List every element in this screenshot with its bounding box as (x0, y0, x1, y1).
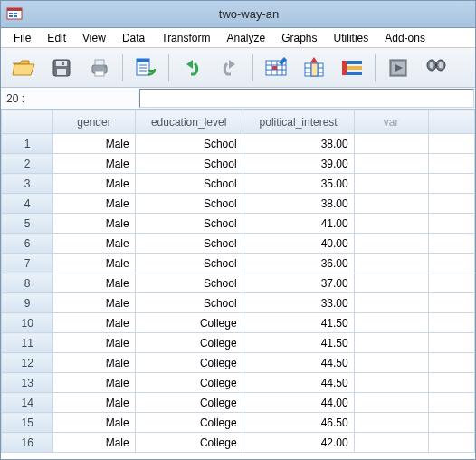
select-all-corner[interactable] (2, 110, 53, 134)
cell-political-interest[interactable]: 35.00 (243, 174, 354, 194)
cell-gender[interactable]: Male (53, 214, 135, 234)
goto-case-button[interactable] (259, 53, 293, 83)
cell-reference[interactable]: 20 : (1, 88, 138, 109)
print-button[interactable] (82, 53, 117, 83)
cell-empty[interactable] (428, 134, 474, 154)
cell-empty[interactable] (428, 313, 474, 333)
cell-empty[interactable] (354, 214, 428, 234)
cell-empty[interactable] (354, 194, 428, 214)
column-header-education-level[interactable]: education_level (135, 110, 243, 134)
cell-political-interest[interactable]: 40.00 (243, 234, 354, 254)
menu-transform[interactable]: Transform (154, 30, 217, 46)
cell-empty[interactable] (428, 293, 474, 313)
column-header-empty[interactable]: var (354, 110, 428, 134)
cell-education-level[interactable]: College (135, 393, 243, 413)
cell-empty[interactable] (428, 433, 474, 453)
menu-analyze[interactable]: Analyze (219, 30, 272, 46)
data-sheet[interactable]: gender education_level political_interes… (1, 110, 475, 459)
cell-gender[interactable]: Male (53, 254, 135, 273)
cell-education-level[interactable]: College (135, 313, 243, 333)
cell-empty[interactable] (428, 393, 474, 413)
cell-empty[interactable] (354, 393, 428, 413)
row-header[interactable]: 3 (2, 174, 53, 194)
cell-value-input[interactable] (139, 89, 474, 108)
row-header[interactable]: 5 (2, 214, 53, 234)
row-header[interactable]: 16 (2, 433, 53, 453)
cell-education-level[interactable]: School (135, 254, 243, 273)
find-button[interactable] (419, 53, 453, 83)
row-header[interactable]: 9 (2, 293, 53, 313)
cell-education-level[interactable]: College (135, 373, 243, 393)
open-button[interactable] (6, 53, 41, 83)
cell-empty[interactable] (354, 174, 428, 194)
cell-empty[interactable] (354, 293, 428, 313)
cell-empty[interactable] (428, 373, 474, 393)
row-header[interactable]: 13 (2, 373, 53, 393)
cell-gender[interactable]: Male (53, 433, 135, 453)
cell-empty[interactable] (354, 154, 428, 174)
cell-education-level[interactable]: College (135, 333, 243, 353)
cell-gender[interactable]: Male (53, 194, 135, 214)
row-header[interactable]: 11 (2, 333, 53, 353)
menu-edit[interactable]: Edit (40, 30, 73, 46)
cell-gender[interactable]: Male (53, 313, 135, 333)
cell-empty[interactable] (428, 214, 474, 234)
column-header-gender[interactable]: gender (53, 110, 135, 134)
cell-gender[interactable]: Male (53, 333, 135, 353)
cell-education-level[interactable]: College (135, 353, 243, 373)
cell-political-interest[interactable]: 44.00 (243, 393, 354, 413)
cell-empty[interactable] (428, 413, 474, 433)
cell-empty[interactable] (354, 353, 428, 373)
cell-gender[interactable]: Male (53, 413, 135, 433)
recall-dialog-button[interactable] (129, 53, 163, 83)
cell-gender[interactable]: Male (53, 273, 135, 293)
cell-education-level[interactable]: School (135, 134, 243, 154)
cell-education-level[interactable]: School (135, 194, 243, 214)
cell-political-interest[interactable]: 46.50 (243, 413, 354, 433)
cell-education-level[interactable]: School (135, 293, 243, 313)
cell-political-interest[interactable]: 41.50 (243, 313, 354, 333)
cell-empty[interactable] (354, 433, 428, 453)
menu-addons[interactable]: Add-ons (377, 30, 433, 46)
cell-empty[interactable] (428, 254, 474, 273)
cell-education-level[interactable]: School (135, 154, 243, 174)
row-header[interactable]: 10 (2, 313, 53, 333)
cell-gender[interactable]: Male (53, 353, 135, 373)
cell-gender[interactable]: Male (53, 373, 135, 393)
cell-political-interest[interactable]: 38.00 (243, 194, 354, 214)
cell-political-interest[interactable]: 44.50 (243, 353, 354, 373)
cell-education-level[interactable]: School (135, 174, 243, 194)
cell-gender[interactable]: Male (53, 174, 135, 194)
cell-political-interest[interactable]: 38.00 (243, 134, 354, 154)
cell-gender[interactable]: Male (53, 134, 135, 154)
cell-political-interest[interactable]: 39.00 (243, 154, 354, 174)
cell-political-interest[interactable]: 33.00 (243, 293, 354, 313)
cell-political-interest[interactable]: 37.00 (243, 273, 354, 293)
cell-empty[interactable] (428, 353, 474, 373)
menu-view[interactable]: View (75, 30, 113, 46)
cell-education-level[interactable]: School (135, 234, 243, 254)
row-header[interactable]: 1 (2, 134, 53, 154)
undo-button[interactable] (175, 53, 209, 83)
goto-variable-button[interactable] (297, 53, 331, 83)
cell-education-level[interactable]: School (135, 273, 243, 293)
variables-button[interactable] (335, 53, 369, 83)
cell-empty[interactable] (354, 373, 428, 393)
menu-graphs[interactable]: Graphs (274, 30, 324, 46)
cell-political-interest[interactable]: 41.00 (243, 214, 354, 234)
cell-gender[interactable]: Male (53, 293, 135, 313)
column-header-empty[interactable] (428, 110, 474, 134)
cell-empty[interactable] (428, 273, 474, 293)
column-header-political-interest[interactable]: political_interest (243, 110, 354, 134)
row-header[interactable]: 8 (2, 273, 53, 293)
cell-education-level[interactable]: College (135, 413, 243, 433)
cell-political-interest[interactable]: 36.00 (243, 254, 354, 273)
cell-empty[interactable] (428, 234, 474, 254)
cell-empty[interactable] (354, 273, 428, 293)
row-header[interactable]: 12 (2, 353, 53, 373)
cell-political-interest[interactable]: 42.00 (243, 433, 354, 453)
row-header[interactable]: 14 (2, 393, 53, 413)
cell-gender[interactable]: Male (53, 393, 135, 413)
cell-gender[interactable]: Male (53, 154, 135, 174)
row-header[interactable]: 15 (2, 413, 53, 433)
